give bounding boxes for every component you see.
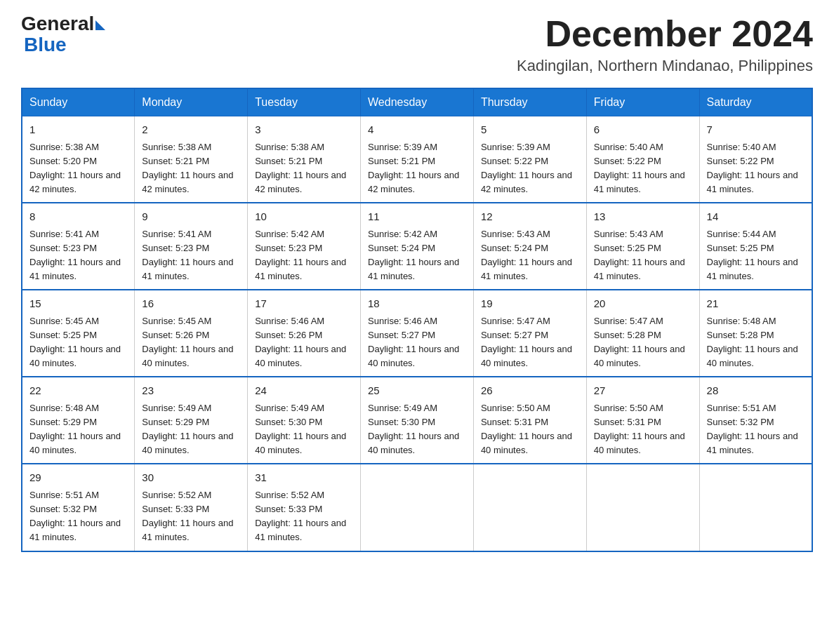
table-row: 14Sunrise: 5:44 AMSunset: 5:25 PMDayligh… (699, 203, 812, 290)
header-thursday: Thursday (473, 88, 586, 116)
table-row: 1Sunrise: 5:38 AMSunset: 5:20 PMDaylight… (22, 116, 135, 203)
day-info: Sunrise: 5:47 AMSunset: 5:27 PMDaylight:… (481, 314, 579, 371)
day-info: Sunrise: 5:51 AMSunset: 5:32 PMDaylight:… (29, 488, 127, 545)
table-row: 20Sunrise: 5:47 AMSunset: 5:28 PMDayligh… (586, 290, 699, 377)
day-number: 17 (255, 296, 353, 312)
calendar-week-row: 8Sunrise: 5:41 AMSunset: 5:23 PMDaylight… (22, 203, 812, 290)
day-info: Sunrise: 5:47 AMSunset: 5:28 PMDaylight:… (594, 314, 692, 371)
logo-blue-text: Blue (24, 34, 67, 55)
day-info: Sunrise: 5:52 AMSunset: 5:33 PMDaylight:… (142, 488, 240, 545)
day-info: Sunrise: 5:43 AMSunset: 5:25 PMDaylight:… (594, 227, 692, 284)
table-row: 7Sunrise: 5:40 AMSunset: 5:22 PMDaylight… (699, 116, 812, 203)
table-row: 2Sunrise: 5:38 AMSunset: 5:21 PMDaylight… (135, 116, 248, 203)
calendar-table: Sunday Monday Tuesday Wednesday Thursday… (21, 88, 813, 551)
day-number: 27 (594, 383, 692, 399)
table-row: 10Sunrise: 5:42 AMSunset: 5:23 PMDayligh… (248, 203, 361, 290)
table-row: 8Sunrise: 5:41 AMSunset: 5:23 PMDaylight… (22, 203, 135, 290)
day-number: 5 (481, 122, 579, 138)
title-area: December 2024 Kadingilan, Northern Minda… (517, 14, 813, 75)
day-number: 9 (142, 209, 240, 225)
day-info: Sunrise: 5:38 AMSunset: 5:21 PMDaylight:… (142, 140, 240, 197)
page-header: General Blue December 2024 Kadingilan, N… (21, 14, 813, 75)
day-info: Sunrise: 5:46 AMSunset: 5:27 PMDaylight:… (368, 314, 466, 371)
day-number: 28 (707, 383, 805, 399)
day-number: 26 (481, 383, 579, 399)
table-row: 3Sunrise: 5:38 AMSunset: 5:21 PMDaylight… (248, 116, 361, 203)
day-number: 16 (142, 296, 240, 312)
day-info: Sunrise: 5:51 AMSunset: 5:32 PMDaylight:… (707, 401, 805, 458)
day-info: Sunrise: 5:39 AMSunset: 5:22 PMDaylight:… (481, 140, 579, 197)
day-number: 30 (142, 470, 240, 486)
day-number: 25 (368, 383, 466, 399)
calendar-week-row: 15Sunrise: 5:45 AMSunset: 5:25 PMDayligh… (22, 290, 812, 377)
table-row (361, 464, 474, 551)
day-info: Sunrise: 5:40 AMSunset: 5:22 PMDaylight:… (707, 140, 805, 197)
day-number: 11 (368, 209, 466, 225)
day-number: 21 (707, 296, 805, 312)
day-info: Sunrise: 5:41 AMSunset: 5:23 PMDaylight:… (29, 227, 127, 284)
table-row: 30Sunrise: 5:52 AMSunset: 5:33 PMDayligh… (135, 464, 248, 551)
header-friday: Friday (586, 88, 699, 116)
table-row: 13Sunrise: 5:43 AMSunset: 5:25 PMDayligh… (586, 203, 699, 290)
table-row: 24Sunrise: 5:49 AMSunset: 5:30 PMDayligh… (248, 377, 361, 464)
table-row (699, 464, 812, 551)
table-row: 4Sunrise: 5:39 AMSunset: 5:21 PMDaylight… (361, 116, 474, 203)
day-number: 18 (368, 296, 466, 312)
day-info: Sunrise: 5:50 AMSunset: 5:31 PMDaylight:… (594, 401, 692, 458)
header-wednesday: Wednesday (361, 88, 474, 116)
day-number: 12 (481, 209, 579, 225)
day-info: Sunrise: 5:42 AMSunset: 5:24 PMDaylight:… (368, 227, 466, 284)
day-number: 14 (707, 209, 805, 225)
table-row: 16Sunrise: 5:45 AMSunset: 5:26 PMDayligh… (135, 290, 248, 377)
day-number: 15 (29, 296, 127, 312)
day-number: 10 (255, 209, 353, 225)
day-info: Sunrise: 5:41 AMSunset: 5:23 PMDaylight:… (142, 227, 240, 284)
header-sunday: Sunday (22, 88, 135, 116)
day-info: Sunrise: 5:50 AMSunset: 5:31 PMDaylight:… (481, 401, 579, 458)
day-number: 8 (29, 209, 127, 225)
day-number: 23 (142, 383, 240, 399)
table-row: 22Sunrise: 5:48 AMSunset: 5:29 PMDayligh… (22, 377, 135, 464)
day-number: 7 (707, 122, 805, 138)
day-number: 29 (29, 470, 127, 486)
day-number: 4 (368, 122, 466, 138)
day-info: Sunrise: 5:49 AMSunset: 5:29 PMDaylight:… (142, 401, 240, 458)
day-info: Sunrise: 5:52 AMSunset: 5:33 PMDaylight:… (255, 488, 353, 545)
day-info: Sunrise: 5:49 AMSunset: 5:30 PMDaylight:… (368, 401, 466, 458)
table-row: 28Sunrise: 5:51 AMSunset: 5:32 PMDayligh… (699, 377, 812, 464)
day-info: Sunrise: 5:45 AMSunset: 5:25 PMDaylight:… (29, 314, 127, 371)
logo-general-text: General (21, 14, 94, 34)
table-row (473, 464, 586, 551)
day-number: 20 (594, 296, 692, 312)
day-info: Sunrise: 5:45 AMSunset: 5:26 PMDaylight:… (142, 314, 240, 371)
table-row: 5Sunrise: 5:39 AMSunset: 5:22 PMDaylight… (473, 116, 586, 203)
day-info: Sunrise: 5:40 AMSunset: 5:22 PMDaylight:… (594, 140, 692, 197)
calendar-week-row: 1Sunrise: 5:38 AMSunset: 5:20 PMDaylight… (22, 116, 812, 203)
day-number: 1 (29, 122, 127, 138)
calendar-week-row: 22Sunrise: 5:48 AMSunset: 5:29 PMDayligh… (22, 377, 812, 464)
table-row: 18Sunrise: 5:46 AMSunset: 5:27 PMDayligh… (361, 290, 474, 377)
day-number: 6 (594, 122, 692, 138)
table-row: 6Sunrise: 5:40 AMSunset: 5:22 PMDaylight… (586, 116, 699, 203)
month-title: December 2024 (517, 14, 813, 54)
table-row: 12Sunrise: 5:43 AMSunset: 5:24 PMDayligh… (473, 203, 586, 290)
calendar-header-row: Sunday Monday Tuesday Wednesday Thursday… (22, 88, 812, 116)
day-info: Sunrise: 5:46 AMSunset: 5:26 PMDaylight:… (255, 314, 353, 371)
header-saturday: Saturday (699, 88, 812, 116)
table-row (586, 464, 699, 551)
day-number: 19 (481, 296, 579, 312)
table-row: 19Sunrise: 5:47 AMSunset: 5:27 PMDayligh… (473, 290, 586, 377)
day-number: 22 (29, 383, 127, 399)
table-row: 9Sunrise: 5:41 AMSunset: 5:23 PMDaylight… (135, 203, 248, 290)
table-row: 26Sunrise: 5:50 AMSunset: 5:31 PMDayligh… (473, 377, 586, 464)
location-title: Kadingilan, Northern Mindanao, Philippin… (517, 57, 813, 75)
table-row: 25Sunrise: 5:49 AMSunset: 5:30 PMDayligh… (361, 377, 474, 464)
day-info: Sunrise: 5:38 AMSunset: 5:20 PMDaylight:… (29, 140, 127, 197)
table-row: 21Sunrise: 5:48 AMSunset: 5:28 PMDayligh… (699, 290, 812, 377)
table-row: 29Sunrise: 5:51 AMSunset: 5:32 PMDayligh… (22, 464, 135, 551)
day-info: Sunrise: 5:48 AMSunset: 5:29 PMDaylight:… (29, 401, 127, 458)
table-row: 15Sunrise: 5:45 AMSunset: 5:25 PMDayligh… (22, 290, 135, 377)
day-number: 13 (594, 209, 692, 225)
table-row: 27Sunrise: 5:50 AMSunset: 5:31 PMDayligh… (586, 377, 699, 464)
day-info: Sunrise: 5:44 AMSunset: 5:25 PMDaylight:… (707, 227, 805, 284)
